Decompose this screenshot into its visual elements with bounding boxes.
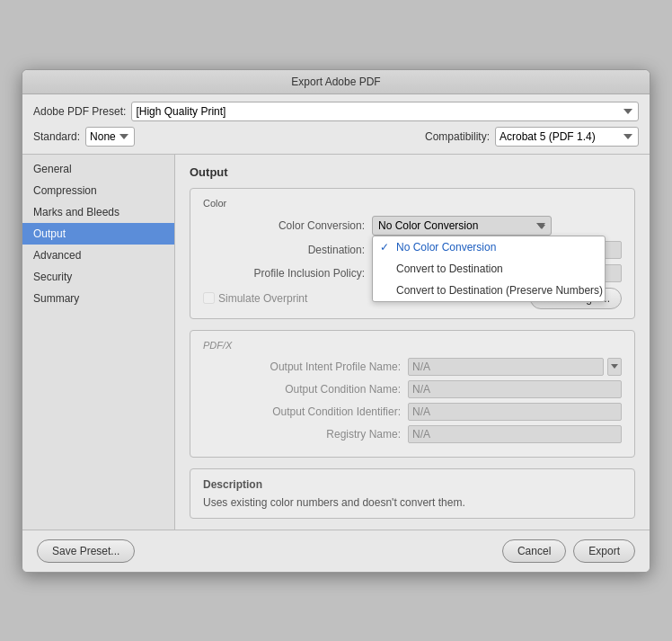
standard-select[interactable]: None bbox=[85, 127, 135, 147]
main-area: General Compression Marks and Bleeds Out… bbox=[22, 155, 650, 530]
pdfx-condition-id-label: Output Condition Identifier: bbox=[203, 405, 401, 418]
pdfx-output-intent-input bbox=[408, 358, 604, 376]
footer: Save Preset... Cancel Export bbox=[22, 530, 650, 572]
standard-label: Standard: bbox=[33, 130, 80, 143]
dropdown-item-no-conversion[interactable]: No Color Conversion bbox=[373, 236, 605, 258]
pdfx-output-intent-wrapper bbox=[408, 358, 622, 376]
color-conversion-row: Color Conversion: No Color Conversion No… bbox=[203, 216, 622, 236]
pdfx-output-intent-row: Output Intent Profile Name: bbox=[203, 358, 622, 376]
destination-label: Destination: bbox=[203, 244, 365, 256]
pdfx-condition-name-label: Output Condition Name: bbox=[203, 383, 401, 396]
pdfx-condition-id-input bbox=[408, 403, 622, 421]
standard-compat-row: Standard: None Compatibility: Acrobat 5 … bbox=[33, 127, 639, 147]
section-title: Output bbox=[190, 165, 635, 179]
compatibility-select[interactable]: Acrobat 5 (PDF 1.4) bbox=[495, 127, 639, 147]
save-preset-button[interactable]: Save Preset... bbox=[37, 539, 135, 563]
pdfx-condition-name-wrapper bbox=[408, 380, 622, 398]
color-group: Color Color Conversion: No Color Convers… bbox=[190, 188, 635, 319]
title-bar: Export Adobe PDF bbox=[22, 70, 650, 94]
top-controls: Adobe PDF Preset: [High Quality Print] S… bbox=[22, 94, 650, 155]
profile-inclusion-label: Profile Inclusion Policy: bbox=[203, 267, 365, 280]
preset-label: Adobe PDF Preset: bbox=[33, 105, 126, 118]
pdfx-registry-wrapper bbox=[408, 425, 622, 443]
simulate-overprint-label: Simulate Overprint bbox=[203, 292, 307, 305]
pdfx-condition-name-input bbox=[408, 380, 622, 398]
export-pdf-dialog: Export Adobe PDF Adobe PDF Preset: [High… bbox=[22, 69, 650, 573]
pdfx-condition-name-row: Output Condition Name: bbox=[203, 380, 622, 398]
color-conversion-wrapper: No Color Conversion No Color Conversion … bbox=[372, 216, 552, 236]
dropdown-item-convert-dest-preserve[interactable]: Convert to Destination (Preserve Numbers… bbox=[373, 280, 605, 301]
pdfx-registry-label: Registry Name: bbox=[203, 428, 401, 441]
dropdown-item-convert-dest[interactable]: Convert to Destination bbox=[373, 258, 605, 280]
color-conversion-dropdown: No Color Conversion Convert to Destinati… bbox=[372, 236, 606, 302]
pdfx-output-intent-dropdown[interactable] bbox=[607, 358, 622, 376]
pdfx-title: PDF/X bbox=[203, 340, 622, 351]
pdfx-output-intent-label: Output Intent Profile Name: bbox=[203, 361, 401, 373]
simulate-overprint-checkbox bbox=[203, 292, 215, 304]
pdfx-registry-row: Registry Name: bbox=[203, 425, 622, 443]
preset-row: Adobe PDF Preset: [High Quality Print] bbox=[33, 102, 639, 121]
description-group: Description Uses existing color numbers … bbox=[190, 468, 635, 519]
compatibility-label: Compatibility: bbox=[425, 130, 490, 143]
color-conversion-label: Color Conversion: bbox=[203, 219, 365, 232]
sidebar-item-compression[interactable]: Compression bbox=[22, 180, 174, 201]
preset-select[interactable]: [High Quality Print] bbox=[131, 102, 639, 121]
pdfx-condition-id-wrapper bbox=[408, 403, 622, 421]
sidebar-item-advanced[interactable]: Advanced bbox=[22, 245, 174, 266]
pdfx-registry-input bbox=[408, 425, 622, 443]
pdfx-group: PDF/X Output Intent Profile Name: Output… bbox=[190, 330, 635, 458]
sidebar: General Compression Marks and Bleeds Out… bbox=[22, 155, 175, 530]
dialog-title: Export Adobe PDF bbox=[291, 76, 380, 88]
color-conversion-select[interactable]: No Color Conversion bbox=[372, 216, 552, 236]
sidebar-item-marks-bleeds[interactable]: Marks and Bleeds bbox=[22, 201, 174, 223]
description-title: Description bbox=[203, 478, 622, 491]
cancel-button[interactable]: Cancel bbox=[502, 539, 566, 563]
sidebar-item-general[interactable]: General bbox=[22, 158, 174, 180]
sidebar-item-output[interactable]: Output bbox=[22, 223, 174, 245]
footer-right: Cancel Export bbox=[502, 539, 635, 563]
content-area: Output Color Color Conversion: No Color … bbox=[175, 155, 650, 530]
compatibility-group: Compatibility: Acrobat 5 (PDF 1.4) bbox=[425, 127, 639, 147]
pdfx-condition-id-row: Output Condition Identifier: bbox=[203, 403, 622, 421]
standard-group: Standard: None bbox=[33, 127, 135, 147]
sidebar-item-summary[interactable]: Summary bbox=[22, 288, 174, 309]
color-group-title: Color bbox=[203, 198, 622, 209]
export-button[interactable]: Export bbox=[573, 539, 635, 563]
description-text: Uses existing color numbers and doesn't … bbox=[203, 496, 622, 509]
sidebar-item-security[interactable]: Security bbox=[22, 266, 174, 288]
